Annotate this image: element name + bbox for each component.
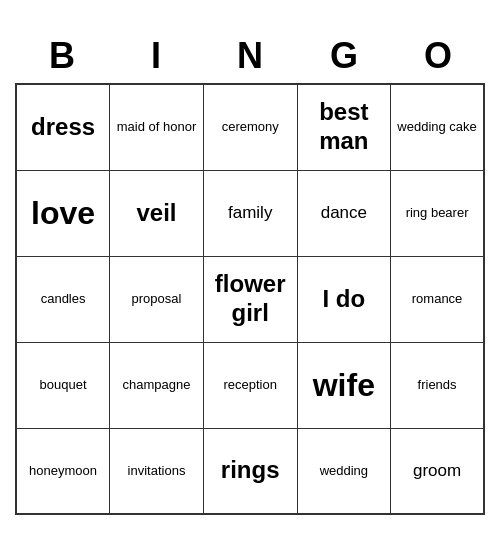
grid-row-4: honeymooninvitationsringsweddinggroom [16, 428, 484, 514]
header-letter-G: G [297, 29, 391, 83]
cell-3-4: friends [391, 342, 484, 428]
grid-row-2: candlesproposalflower girlI doromance [16, 256, 484, 342]
cell-0-3: best man [297, 84, 391, 170]
header-letter-O: O [391, 29, 485, 83]
cell-3-0: bouquet [16, 342, 110, 428]
bingo-grid: dressmaid of honorceremonybest manweddin… [15, 83, 485, 515]
header-letter-I: I [109, 29, 203, 83]
cell-2-4: romance [391, 256, 484, 342]
cell-0-2: ceremony [203, 84, 297, 170]
cell-1-4: ring bearer [391, 170, 484, 256]
cell-1-0: love [16, 170, 110, 256]
cell-3-2: reception [203, 342, 297, 428]
header-letter-B: B [15, 29, 109, 83]
cell-3-3: wife [297, 342, 391, 428]
cell-4-0: honeymoon [16, 428, 110, 514]
cell-2-2: flower girl [203, 256, 297, 342]
cell-0-0: dress [16, 84, 110, 170]
cell-1-3: dance [297, 170, 391, 256]
cell-0-1: maid of honor [110, 84, 204, 170]
grid-row-1: loveveilfamilydancering bearer [16, 170, 484, 256]
cell-4-3: wedding [297, 428, 391, 514]
cell-2-0: candles [16, 256, 110, 342]
cell-3-1: champagne [110, 342, 204, 428]
cell-2-1: proposal [110, 256, 204, 342]
bingo-header: BINGO [15, 29, 485, 83]
grid-row-0: dressmaid of honorceremonybest manweddin… [16, 84, 484, 170]
cell-4-1: invitations [110, 428, 204, 514]
grid-row-3: bouquetchampagnereceptionwifefriends [16, 342, 484, 428]
cell-1-1: veil [110, 170, 204, 256]
cell-2-3: I do [297, 256, 391, 342]
cell-1-2: family [203, 170, 297, 256]
header-letter-N: N [203, 29, 297, 83]
bingo-card-container: BINGO dressmaid of honorceremonybest man… [15, 29, 485, 515]
cell-4-2: rings [203, 428, 297, 514]
cell-4-4: groom [391, 428, 484, 514]
cell-0-4: wedding cake [391, 84, 484, 170]
